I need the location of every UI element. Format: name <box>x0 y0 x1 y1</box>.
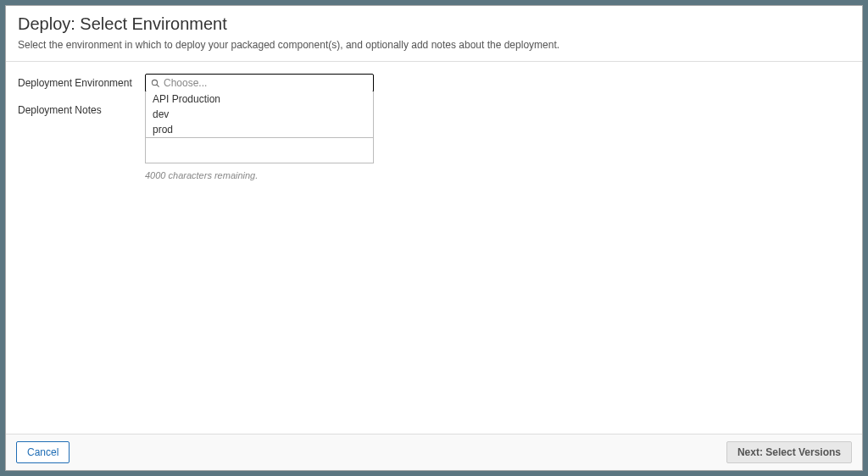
modal-footer: Cancel Next: Select Versions <box>6 434 862 470</box>
environment-combobox[interactable] <box>145 74 374 92</box>
deploy-modal: Deploy: Select Environment Select the en… <box>5 5 863 471</box>
page-title: Deploy: Select Environment <box>18 14 850 34</box>
modal-body: Deployment Environment API Production de… <box>6 62 862 434</box>
environment-option-prod[interactable]: prod <box>146 122 373 137</box>
page-subtitle: Select the environment in which to deplo… <box>18 39 850 51</box>
cancel-button[interactable]: Cancel <box>16 441 70 463</box>
environment-dropdown: API Production dev prod <box>145 91 374 138</box>
next-select-versions-button[interactable]: Next: Select Versions <box>726 441 852 463</box>
environment-row: Deployment Environment API Production de… <box>18 74 850 92</box>
search-icon <box>151 79 160 88</box>
environment-option-dev[interactable]: dev <box>146 107 373 122</box>
svg-line-1 <box>157 84 159 86</box>
environment-search-input[interactable] <box>164 77 368 89</box>
environment-label: Deployment Environment <box>18 74 145 89</box>
notes-label: Deployment Notes <box>18 101 145 116</box>
environment-field: API Production dev prod <box>145 74 374 92</box>
modal-header: Deploy: Select Environment Select the en… <box>6 6 862 61</box>
environment-option-api-production[interactable]: API Production <box>146 91 373 107</box>
notes-row: Deployment Notes 4000 characters remaini… <box>18 101 850 180</box>
notes-helper-text: 4000 characters remaining. <box>145 170 374 180</box>
svg-point-0 <box>152 80 157 85</box>
